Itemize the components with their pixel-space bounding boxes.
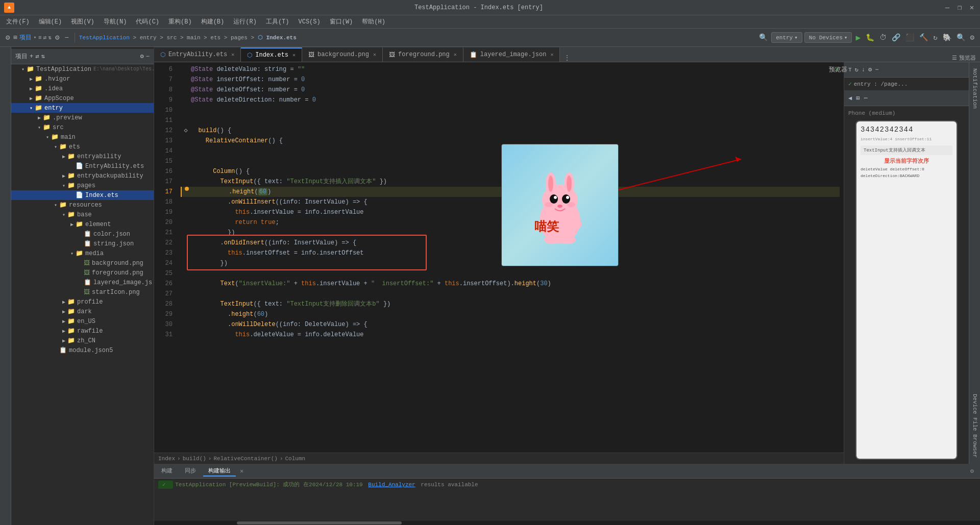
minimize-button[interactable]: — bbox=[943, 4, 951, 12]
tree-item-entryability-file[interactable]: 📄 EntryAbility.ets bbox=[11, 161, 154, 171]
tab-entry-ability[interactable]: ⬡ EntryAbility.ets ✕ bbox=[154, 47, 241, 62]
find-button[interactable]: 🔍 bbox=[955, 32, 967, 43]
preview-more-btn[interactable]: ⋯ bbox=[864, 94, 867, 102]
tree-item-fg-png[interactable]: 🖼 foreground.png bbox=[11, 268, 154, 278]
settings-main-icon[interactable]: ⚙ bbox=[969, 32, 976, 43]
code-breadcrumb-relative[interactable]: RelativeContainer() bbox=[213, 456, 277, 462]
bottom-settings-icon[interactable]: ⚙ bbox=[966, 467, 978, 475]
tree-item-color-json[interactable]: 📋 color.json bbox=[11, 229, 154, 239]
tabs-overflow[interactable]: ⋮ bbox=[560, 54, 574, 62]
file-tree-header-icon-nav[interactable]: ⇄ bbox=[35, 53, 39, 60]
tree-item-element[interactable]: ▶ 📁 element bbox=[11, 219, 154, 229]
tree-item-main[interactable]: ▾ 📁 main bbox=[11, 132, 154, 142]
tab-index-ets[interactable]: ⬡ Index.ets ✕ bbox=[241, 47, 302, 62]
tab-close-index[interactable]: ✕ bbox=[292, 52, 296, 58]
sync-button[interactable]: ↻ bbox=[932, 32, 939, 43]
tree-item-resources[interactable]: ▾ 📁 resources bbox=[11, 200, 154, 210]
tree-item-bg-png[interactable]: 🖼 background.png bbox=[11, 258, 154, 268]
tree-item-zh-cn[interactable]: ▶ 📁 zh_CN bbox=[11, 336, 154, 345]
tree-item-pages[interactable]: ▾ 📁 pages bbox=[11, 181, 154, 190]
tree-item-dark[interactable]: ▶ 📁 dark bbox=[11, 307, 154, 316]
build-button[interactable]: 🔨 bbox=[918, 32, 929, 43]
tree-item-rawfile[interactable]: ▶ 📁 rawfile bbox=[11, 326, 154, 336]
elephant-button[interactable]: 🐘 bbox=[941, 32, 953, 43]
preview-back-btn[interactable]: ◀ bbox=[848, 94, 852, 102]
device-selector[interactable]: No Devices ▾ bbox=[804, 32, 852, 43]
tree-item-base[interactable]: ▾ 📁 base bbox=[11, 210, 154, 219]
menu-help[interactable]: 帮助(H) bbox=[358, 16, 389, 27]
code-breadcrumb-index[interactable]: Index bbox=[158, 456, 175, 462]
tree-item-preview[interactable]: ▶ 📁 .preview bbox=[11, 113, 154, 122]
file-tree-settings-icon[interactable]: ⚙ bbox=[140, 53, 144, 60]
tree-item-entrybackup[interactable]: ▶ 📁 entrybackupability bbox=[11, 171, 154, 181]
search-everywhere-icon[interactable]: 🔍 bbox=[757, 32, 769, 43]
menu-file[interactable]: 文件(F) bbox=[2, 16, 34, 27]
build-analyzer-link[interactable]: Build_Analyzer bbox=[368, 482, 415, 488]
tree-item-profile[interactable]: ▶ 📁 profile bbox=[11, 297, 154, 307]
tree-item-root[interactable]: ▾ 📁 TestApplication E:\nana\Desktop\Tes.… bbox=[11, 64, 154, 74]
menu-view[interactable]: 视图(V) bbox=[67, 16, 99, 27]
bottom-tab-sync[interactable]: 同步 bbox=[180, 466, 201, 477]
tree-item-appscope[interactable]: ▶ 📁 AppScope bbox=[11, 93, 154, 103]
code-breadcrumb-column[interactable]: Column bbox=[285, 456, 305, 462]
tab-close-bg[interactable]: ✕ bbox=[373, 52, 376, 58]
notification-sidebar-label[interactable]: Notification bbox=[971, 64, 979, 113]
tab-close-entry-ability[interactable]: ✕ bbox=[231, 52, 234, 58]
tree-item-entry[interactable]: ▾ 📁 entry bbox=[11, 103, 154, 113]
file-tree-header-icon-collapse[interactable]: ⇅ bbox=[41, 53, 44, 60]
code-breadcrumb-build[interactable]: build() bbox=[183, 456, 206, 462]
tree-item-en-us[interactable]: ▶ 📁 en_US bbox=[11, 316, 154, 326]
tab-close-layered[interactable]: ✕ bbox=[550, 52, 553, 58]
menu-build[interactable]: 构建(B) bbox=[197, 16, 229, 27]
file-tree-header-icon-new[interactable]: + bbox=[30, 53, 33, 60]
tab-layered-json[interactable]: 📋 layered_image.json ✕ bbox=[463, 47, 560, 62]
stop-button[interactable]: ⬛ bbox=[904, 32, 916, 43]
menu-vcs[interactable]: VCS(S) bbox=[294, 17, 324, 27]
tree-item-starticon[interactable]: 🖼 startIcon.png bbox=[11, 287, 154, 297]
tree-item-hvigor[interactable]: ▶ 📁 .hvigor bbox=[11, 74, 154, 84]
menu-run[interactable]: 运行(R) bbox=[229, 16, 261, 27]
run-button[interactable]: ▶ bbox=[854, 31, 862, 44]
restore-button[interactable]: ❐ bbox=[955, 4, 964, 12]
menu-code[interactable]: 代码(C) bbox=[132, 16, 163, 27]
toolbar-icon-dropdown[interactable]: ▾ bbox=[34, 35, 36, 40]
tree-item-media[interactable]: ▾ 📁 media bbox=[11, 248, 154, 258]
tree-item-index-ets[interactable]: 📄 Index.ets bbox=[11, 190, 154, 200]
tree-item-idea[interactable]: ▶ 📁 .idea bbox=[11, 84, 154, 93]
bottom-scrollbar[interactable] bbox=[154, 521, 980, 525]
preview-icon-download[interactable]: ↓ bbox=[862, 66, 865, 73]
minus-icon[interactable]: − bbox=[63, 32, 70, 43]
tree-item-entryability[interactable]: ▶ 📁 entryability bbox=[11, 152, 154, 161]
preview-icon-minus[interactable]: − bbox=[875, 66, 878, 73]
settings-icon[interactable]: ⚙ bbox=[4, 32, 11, 43]
tab-foreground-png[interactable]: 🖼 foreground.png ✕ bbox=[383, 47, 463, 62]
tree-item-string-json[interactable]: 📋 string.json bbox=[11, 239, 154, 248]
preview-layout-icon[interactable]: ⊞ bbox=[856, 94, 860, 102]
tab-background-png[interactable]: 🖼 background.png ✕ bbox=[302, 47, 383, 62]
close-button[interactable]: ✕ bbox=[968, 4, 976, 12]
menu-edit[interactable]: 编辑(E) bbox=[35, 16, 66, 27]
menu-navigate[interactable]: 导航(N) bbox=[100, 16, 131, 27]
menu-refactor[interactable]: 重构(B) bbox=[164, 16, 196, 27]
code-area[interactable]: 6 7 8 9 10 11 12 13 14 15 16 17 17 18 bbox=[154, 62, 844, 453]
preview-icon-settings[interactable]: ⚙ bbox=[868, 66, 872, 73]
device-file-browser-label[interactable]: Device File Browser bbox=[971, 390, 979, 462]
debug-button[interactable]: 🐛 bbox=[864, 32, 876, 43]
bottom-tab-build[interactable]: 构建 bbox=[156, 466, 178, 477]
gear-icon[interactable]: ⚙ bbox=[54, 32, 61, 43]
attach-button[interactable]: 🔗 bbox=[890, 32, 902, 43]
module-selector[interactable]: entry ▾ bbox=[771, 32, 802, 43]
bottom-tab-close-icon[interactable]: ✕ bbox=[240, 467, 243, 475]
tree-item-src[interactable]: ▾ 📁 src bbox=[11, 122, 154, 132]
tree-item-ets[interactable]: ▾ 📁 ets bbox=[11, 142, 154, 152]
preview-toggle-icon[interactable]: ☰ bbox=[952, 55, 957, 61]
tree-item-layered-json[interactable]: 📋 layered_image.js... bbox=[11, 278, 154, 287]
tab-close-fg[interactable]: ✕ bbox=[454, 52, 457, 58]
preview-icon-refresh[interactable]: ↻ bbox=[855, 66, 859, 73]
tree-item-module-json[interactable]: 📋 module.json5 bbox=[11, 345, 154, 355]
profile-button[interactable]: ⏱ bbox=[878, 32, 888, 43]
bottom-tab-build-output[interactable]: 构建输出 bbox=[203, 466, 236, 477]
menu-window[interactable]: 窗口(W) bbox=[326, 16, 357, 27]
menu-tools[interactable]: 工具(T) bbox=[262, 16, 293, 27]
file-tree-close-icon[interactable]: − bbox=[146, 53, 150, 60]
